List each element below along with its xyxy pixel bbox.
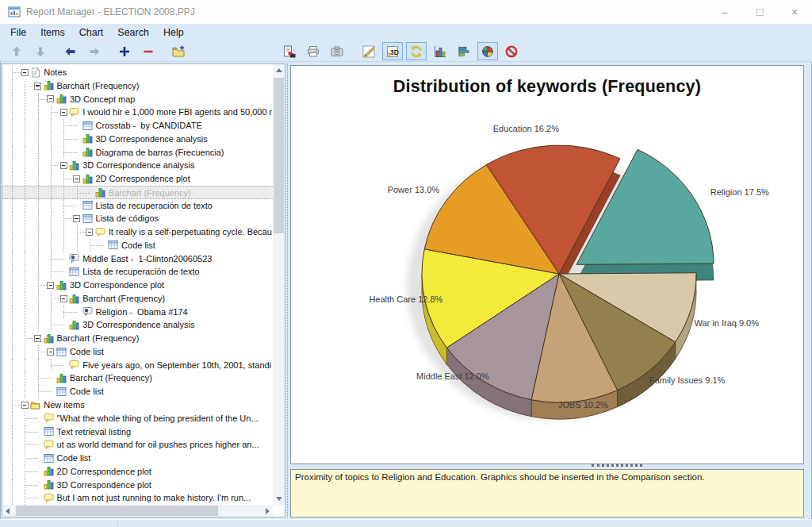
add-button[interactable] [114, 42, 135, 60]
app-icon [8, 6, 21, 18]
collapse-toggle[interactable] [60, 295, 67, 302]
tree-item[interactable]: 3D Correspondence plot [2, 479, 273, 492]
tree-guide-line [12, 465, 13, 479]
arrow-down-icon [33, 44, 48, 59]
tree-guide-line [12, 252, 13, 266]
menu-item-search[interactable]: Search [110, 24, 156, 41]
tree-item-label: But I am not just running to make histor… [57, 491, 251, 505]
menu-item-chart[interactable]: Chart [72, 24, 111, 41]
menu-item-items[interactable]: Items [33, 24, 72, 41]
forward-button[interactable] [84, 42, 105, 60]
tree-item[interactable]: Barchart (Frequency) [2, 79, 273, 93]
tree-item-selected[interactable]: Barchart (Frequency) [2, 186, 273, 199]
tree-horizontal-scrollbar[interactable] [2, 505, 273, 517]
scroll-right-button[interactable] [261, 505, 273, 517]
snapshot-button[interactable] [327, 42, 347, 60]
tree-item-label: Text retrieval listing [57, 425, 132, 439]
tree-item[interactable]: 3D Correspondence analysis [2, 133, 273, 146]
menu-item-file[interactable]: File [3, 24, 33, 41]
remove-button[interactable] [138, 42, 159, 60]
tree-item[interactable]: Religion - Obama #174 [2, 306, 273, 319]
add-to-report-button[interactable] [168, 42, 189, 60]
tree-item[interactable]: 2D Correspondence plot [2, 465, 273, 479]
chart-icon [56, 373, 67, 383]
tree-item[interactable]: 3D Concept map [2, 93, 273, 106]
tree-guide-line [51, 365, 64, 366]
tree-guide-line [12, 159, 13, 172]
collapse-toggle[interactable] [34, 83, 41, 90]
maximize-button[interactable]: □ [742, 0, 777, 24]
tree-item[interactable]: Barchart (Frequency) [2, 292, 273, 306]
scroll-down-button[interactable] [273, 493, 285, 505]
scroll-up-button[interactable] [273, 64, 285, 76]
vertical-bars-button[interactable] [430, 42, 450, 60]
notes-panel[interactable]: Proximity of topics to Religion and Educ… [290, 469, 804, 517]
tree-item[interactable]: ut as world demand for oil pushes prices… [2, 438, 273, 452]
tree-guide-line [12, 438, 13, 452]
tree-item[interactable]: Diagrama de barras (Frecuencia) [2, 146, 273, 160]
tree-item[interactable]: Text retrieval listing [2, 425, 273, 439]
triangle-right-icon [266, 508, 270, 514]
tree-item[interactable]: Five years ago, on September 10th, 2001,… [2, 359, 273, 372]
tree-guide-line [63, 206, 77, 206]
tree-item[interactable]: Notes [2, 66, 273, 79]
minimize-button[interactable]: – [707, 0, 742, 24]
pie-chart-button[interactable] [477, 42, 498, 60]
edit-chart-icon [362, 44, 376, 59]
tree-item-label: Middle East - 1-Clinton20060523 [82, 252, 212, 266]
tree-item[interactable]: 3D Correspondence plot [2, 279, 273, 292]
tree-item[interactable]: Code list [2, 345, 273, 359]
horizontal-bars-button[interactable] [454, 42, 474, 60]
tree-item[interactable]: But I am not just running to make histor… [2, 491, 273, 505]
tree-item[interactable]: Lista de recuperación de texto [2, 199, 273, 213]
export-report-button[interactable] [279, 42, 300, 60]
toggle-3d-button[interactable]: 3D [382, 42, 403, 60]
vertical-scroll-thumb[interactable] [274, 78, 284, 233]
collapse-toggle[interactable] [86, 229, 93, 236]
tree-guide-line [12, 119, 13, 133]
collapse-toggle[interactable] [73, 215, 80, 222]
tree-guide-line [25, 172, 25, 186]
edit-chart-button[interactable] [358, 42, 379, 60]
menu-item-help[interactable]: Help [156, 24, 191, 41]
tree-item[interactable]: Code list [2, 239, 273, 252]
collapse-toggle[interactable] [60, 162, 67, 169]
tree-item[interactable]: Middle East - 1-Clinton20060523 [2, 252, 273, 266]
tree-item[interactable]: Code list [2, 385, 273, 398]
back-button[interactable] [60, 42, 81, 60]
tree-item[interactable]: I would hir e 1,000 more FBI agents and … [2, 106, 273, 119]
tree-guide-line [38, 378, 52, 379]
collapse-toggle[interactable] [21, 69, 29, 76]
print-button[interactable] [303, 42, 324, 60]
tree-item[interactable]: Lista de códigos [2, 212, 273, 225]
tree-item[interactable]: It really is a self-perpetuating cycle. … [2, 225, 273, 239]
collapse-toggle[interactable] [47, 282, 54, 289]
close-button[interactable]: × [777, 0, 812, 24]
tree-item[interactable]: 3D Correspondence analysis [2, 318, 273, 332]
tree-item[interactable]: "What the whole thing of being president… [2, 412, 273, 425]
tree-item[interactable]: Crosstab - by CANDIDATE [2, 119, 273, 133]
scroll-left-button[interactable] [2, 505, 14, 517]
tree-guide-line [12, 425, 13, 439]
collapse-toggle[interactable] [60, 109, 67, 116]
horizontal-scroll-thumb[interactable] [16, 506, 218, 516]
rotate-chart-button[interactable] [406, 42, 427, 60]
tree-item[interactable]: Code list [2, 452, 273, 465]
chart-icon [82, 133, 93, 144]
collapse-toggle[interactable] [73, 175, 80, 183]
tree-item[interactable]: 2D Correspondence plot [2, 172, 273, 186]
collapse-toggle[interactable] [47, 95, 54, 102]
move-up-button[interactable] [6, 42, 27, 60]
collapse-toggle[interactable] [47, 348, 54, 356]
collapse-toggle[interactable] [34, 335, 41, 342]
tree-item[interactable]: Lista de recuperación de texto [2, 265, 273, 279]
tree-item[interactable]: 3D Correspondence analysis [2, 159, 273, 172]
tree-item[interactable]: Barchart (Frequency) [2, 371, 273, 385]
tree-vertical-scrollbar[interactable] [273, 64, 285, 505]
pie-label: Health Care 12.8% [369, 294, 442, 304]
move-down-button[interactable] [30, 42, 51, 60]
cancel-button[interactable] [501, 42, 522, 60]
tree-item[interactable]: New items [2, 398, 273, 412]
tree-item[interactable]: Barchart (Frequency) [2, 332, 273, 345]
collapse-toggle[interactable] [21, 402, 29, 409]
